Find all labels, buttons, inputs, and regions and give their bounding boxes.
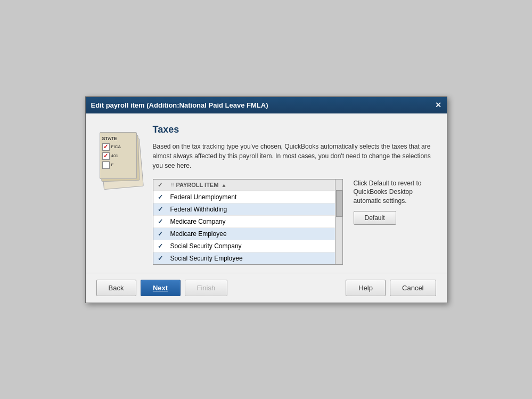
card-row-fica: ✓ FICA — [102, 143, 136, 151]
list-item[interactable]: ✓ Federal Withholding — [153, 203, 342, 216]
list-header: ✓ ⠿ PAYROLL ITEM ▲ — [153, 180, 342, 191]
row-check-2: ✓ — [158, 206, 170, 213]
scrollbar-track[interactable] — [335, 180, 342, 264]
list-body[interactable]: ✓ Federal Unemployment ✓ Federal Withhol… — [153, 191, 342, 264]
dialog-body: STATE ✓ FICA ✓ 401 — [86, 113, 447, 273]
list-item[interactable]: ✓ Social Security Company — [153, 240, 342, 253]
card-row-401: ✓ 401 — [102, 152, 136, 160]
default-note: Click Default to revert to QuickBooks De… — [354, 179, 436, 206]
section-description: Based on the tax tracking type you've ch… — [153, 142, 436, 170]
right-content: Taxes Based on the tax tracking type you… — [153, 124, 436, 265]
section-heading: Taxes — [153, 124, 436, 135]
header-name-col: PAYROLL ITEM ▲ — [176, 182, 338, 188]
default-button[interactable]: Default — [354, 211, 396, 225]
row-text-f: F — [111, 162, 114, 167]
dialog-window: Edit payroll item (Addition:National Pai… — [85, 96, 447, 303]
close-button[interactable]: ✕ — [435, 101, 441, 109]
footer-right-buttons: Help Cancel — [346, 280, 436, 296]
row-name-1: Federal Unemployment — [170, 193, 338, 201]
cancel-button[interactable]: Cancel — [390, 280, 436, 296]
title-bar: Edit payroll item (Addition:National Pai… — [86, 97, 447, 113]
row-check-1: ✓ — [158, 193, 170, 201]
footer-left-buttons: Back Next Finish — [96, 280, 228, 296]
checkbox-fica: ✓ — [102, 143, 110, 151]
drag-dots-icon: ⠿ — [170, 182, 174, 188]
checkbox-401: ✓ — [102, 152, 110, 160]
checkbox-f — [102, 161, 110, 169]
tax-list-area: ✓ ⠿ PAYROLL ITEM ▲ ✓ Federal Unemploymen… — [153, 179, 436, 265]
header-check-col: ✓ — [158, 182, 170, 189]
next-button[interactable]: Next — [141, 280, 181, 296]
list-item[interactable]: ✓ Medicare Employee — [153, 228, 342, 240]
row-check-3: ✓ — [158, 218, 170, 225]
sort-arrow-icon: ▲ — [221, 182, 226, 188]
scrollbar-thumb[interactable] — [336, 190, 342, 217]
row-text-fica: FICA — [111, 144, 121, 149]
tax-list-container[interactable]: ✓ ⠿ PAYROLL ITEM ▲ ✓ Federal Unemploymen… — [153, 179, 343, 265]
back-button[interactable]: Back — [96, 280, 136, 296]
paper-card-front: STATE ✓ FICA ✓ 401 — [100, 132, 137, 179]
side-actions: Click Default to revert to QuickBooks De… — [354, 179, 436, 225]
card-row-f: F — [102, 161, 136, 169]
row-name-6: Social Security Employee — [170, 255, 338, 262]
row-check-4: ✓ — [158, 230, 170, 238]
list-item[interactable]: ✓ Social Security Employee — [153, 253, 342, 264]
row-name-5: Social Security Company — [170, 242, 338, 250]
card-label-state: STATE — [102, 136, 136, 141]
row-text-401: 401 — [111, 153, 118, 158]
row-name-4: Medicare Employee — [170, 230, 338, 238]
help-button[interactable]: Help — [346, 280, 386, 296]
illustration: STATE ✓ FICA ✓ 401 — [96, 124, 144, 265]
row-name-3: Medicare Company — [170, 218, 338, 225]
row-name-2: Federal Withholding — [170, 206, 338, 213]
list-item[interactable]: ✓ Medicare Company — [153, 216, 342, 228]
dialog-title: Edit payroll item (Addition:National Pai… — [91, 101, 268, 109]
tax-forms-image: STATE ✓ FICA ✓ 401 — [96, 124, 144, 209]
row-check-5: ✓ — [158, 242, 170, 250]
row-check-6: ✓ — [158, 255, 170, 262]
footer-bar: Back Next Finish Help Cancel — [86, 273, 447, 303]
card-rows: ✓ FICA ✓ 401 F — [102, 143, 136, 169]
finish-button: Finish — [185, 280, 228, 296]
list-item[interactable]: ✓ Federal Unemployment — [153, 191, 342, 203]
